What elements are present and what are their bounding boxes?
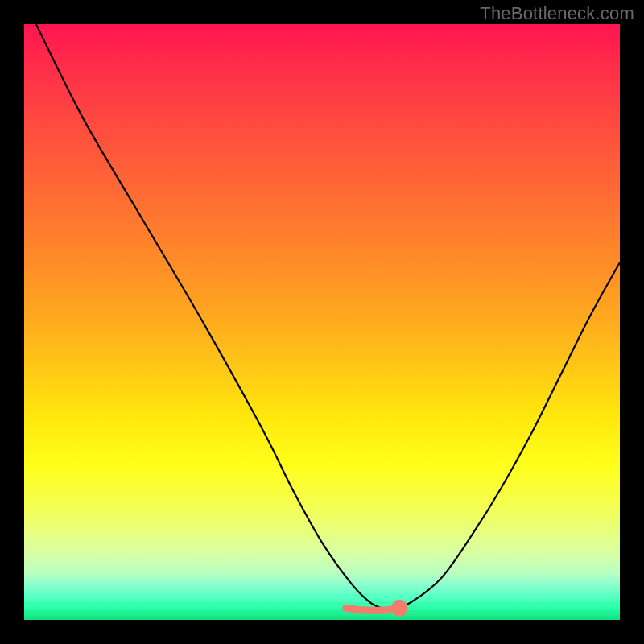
chart-frame: TheBottleneck.com <box>0 0 644 644</box>
watermark-text: TheBottleneck.com <box>480 3 634 24</box>
plot-area <box>24 24 620 620</box>
highlight-endpoint-marker <box>391 600 408 617</box>
curve-layer <box>24 24 620 620</box>
bottleneck-curve <box>36 24 620 609</box>
